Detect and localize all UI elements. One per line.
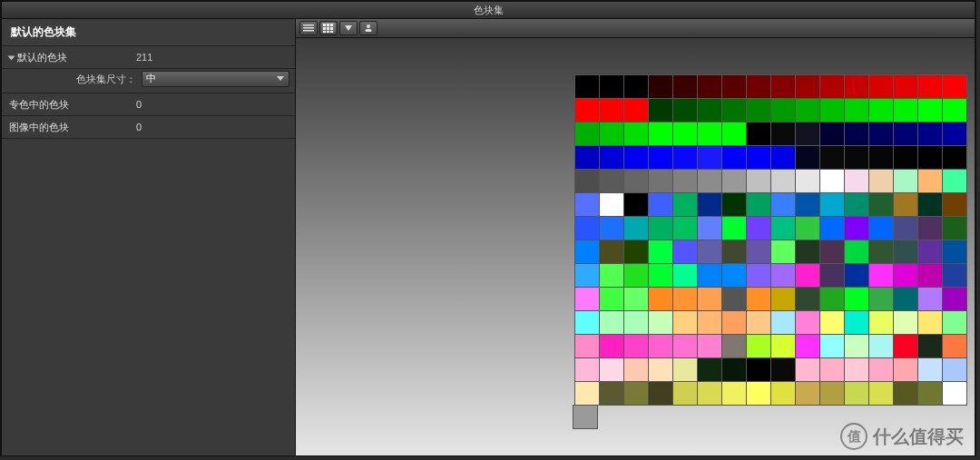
color-swatch[interactable] bbox=[918, 122, 942, 145]
color-swatch[interactable] bbox=[869, 99, 893, 122]
swatch-size-select[interactable]: 中 bbox=[142, 71, 289, 87]
color-swatch[interactable] bbox=[845, 311, 868, 334]
color-swatch[interactable] bbox=[673, 240, 697, 263]
color-swatch[interactable] bbox=[649, 122, 672, 145]
color-swatch[interactable] bbox=[649, 358, 672, 381]
color-swatch[interactable] bbox=[624, 75, 648, 98]
color-swatch[interactable] bbox=[845, 335, 868, 357]
color-swatch[interactable] bbox=[624, 99, 648, 122]
color-swatch[interactable] bbox=[722, 311, 746, 334]
color-swatch[interactable] bbox=[796, 75, 819, 98]
disclosure-triangle-icon[interactable] bbox=[8, 55, 15, 60]
list-view-button[interactable] bbox=[299, 21, 318, 35]
color-swatch[interactable] bbox=[698, 358, 721, 381]
color-swatch[interactable] bbox=[845, 288, 868, 310]
color-swatch[interactable] bbox=[796, 122, 819, 145]
color-swatch[interactable] bbox=[673, 146, 697, 169]
color-swatch[interactable] bbox=[575, 264, 599, 287]
color-swatch[interactable] bbox=[845, 358, 868, 381]
color-swatch[interactable] bbox=[722, 358, 746, 381]
color-swatch[interactable] bbox=[698, 382, 721, 405]
color-swatch[interactable] bbox=[747, 335, 770, 357]
color-swatch[interactable] bbox=[820, 170, 844, 192]
color-swatch[interactable] bbox=[600, 146, 623, 169]
color-swatch[interactable] bbox=[869, 382, 893, 405]
color-swatch[interactable] bbox=[820, 122, 844, 145]
color-swatch[interactable] bbox=[698, 99, 721, 122]
color-swatch[interactable] bbox=[600, 217, 623, 240]
color-swatch[interactable] bbox=[820, 75, 844, 98]
color-swatch[interactable] bbox=[845, 170, 868, 192]
color-swatch[interactable] bbox=[820, 288, 844, 310]
color-swatch[interactable] bbox=[573, 406, 597, 428]
color-swatch[interactable] bbox=[649, 311, 672, 334]
color-swatch[interactable] bbox=[918, 146, 942, 169]
color-swatch[interactable] bbox=[722, 335, 746, 357]
color-swatch[interactable] bbox=[771, 146, 795, 169]
color-swatch[interactable] bbox=[820, 146, 844, 169]
color-swatch[interactable] bbox=[698, 170, 721, 192]
color-swatch[interactable] bbox=[796, 170, 819, 192]
color-swatch[interactable] bbox=[722, 193, 746, 216]
row-spot-swatches[interactable]: 专色中的色块 0 bbox=[2, 93, 295, 116]
color-swatch[interactable] bbox=[722, 264, 746, 287]
color-swatch[interactable] bbox=[894, 170, 917, 192]
color-swatch[interactable] bbox=[600, 382, 623, 405]
color-swatch[interactable] bbox=[673, 382, 697, 405]
color-swatch[interactable] bbox=[820, 311, 844, 334]
color-swatch[interactable] bbox=[820, 99, 844, 122]
color-swatch[interactable] bbox=[869, 122, 893, 145]
color-swatch[interactable] bbox=[820, 335, 844, 357]
color-swatch[interactable] bbox=[943, 170, 966, 192]
color-swatch[interactable] bbox=[575, 193, 599, 216]
color-swatch[interactable] bbox=[771, 170, 795, 192]
color-swatch[interactable] bbox=[673, 311, 697, 334]
color-swatch[interactable] bbox=[894, 122, 917, 145]
color-swatch[interactable] bbox=[771, 240, 795, 263]
sort-view-button[interactable] bbox=[339, 21, 358, 35]
color-swatch[interactable] bbox=[747, 170, 770, 192]
color-swatch[interactable] bbox=[943, 240, 966, 263]
color-swatch[interactable] bbox=[673, 335, 697, 357]
color-swatch[interactable] bbox=[869, 193, 893, 216]
color-swatch[interactable] bbox=[869, 264, 893, 287]
color-swatch[interactable] bbox=[575, 240, 599, 263]
color-swatch[interactable] bbox=[918, 335, 942, 357]
color-swatch[interactable] bbox=[747, 240, 770, 263]
color-swatch[interactable] bbox=[600, 240, 623, 263]
color-swatch[interactable] bbox=[722, 146, 746, 169]
color-swatch[interactable] bbox=[918, 99, 942, 122]
color-swatch[interactable] bbox=[600, 193, 623, 216]
color-swatch[interactable] bbox=[747, 99, 770, 122]
color-swatch[interactable] bbox=[673, 170, 697, 192]
color-swatch[interactable] bbox=[698, 240, 721, 263]
color-swatch[interactable] bbox=[894, 382, 917, 405]
color-swatch[interactable] bbox=[747, 75, 770, 98]
color-swatch[interactable] bbox=[918, 311, 942, 334]
color-swatch[interactable] bbox=[943, 335, 966, 357]
color-swatch[interactable] bbox=[698, 335, 721, 357]
color-swatch[interactable] bbox=[869, 217, 893, 240]
color-swatch[interactable] bbox=[698, 217, 721, 240]
color-swatch[interactable] bbox=[722, 217, 746, 240]
color-swatch[interactable] bbox=[796, 288, 819, 310]
color-swatch[interactable] bbox=[649, 264, 672, 287]
color-swatch[interactable] bbox=[624, 193, 648, 216]
color-swatch[interactable] bbox=[722, 288, 746, 310]
color-swatch[interactable] bbox=[943, 122, 966, 145]
color-swatch[interactable] bbox=[600, 99, 623, 122]
color-swatch[interactable] bbox=[600, 170, 623, 192]
color-swatch[interactable] bbox=[575, 217, 599, 240]
color-swatch[interactable] bbox=[845, 240, 868, 263]
color-swatch[interactable] bbox=[575, 311, 599, 334]
color-swatch[interactable] bbox=[943, 382, 966, 405]
color-swatch[interactable] bbox=[747, 122, 770, 145]
color-swatch[interactable] bbox=[771, 217, 795, 240]
color-swatch[interactable] bbox=[845, 264, 868, 287]
color-swatch[interactable] bbox=[796, 382, 819, 405]
color-swatch[interactable] bbox=[747, 288, 770, 310]
color-swatch[interactable] bbox=[820, 358, 844, 381]
color-swatch[interactable] bbox=[943, 264, 966, 287]
color-swatch[interactable] bbox=[673, 122, 697, 145]
color-swatch[interactable] bbox=[747, 193, 770, 216]
